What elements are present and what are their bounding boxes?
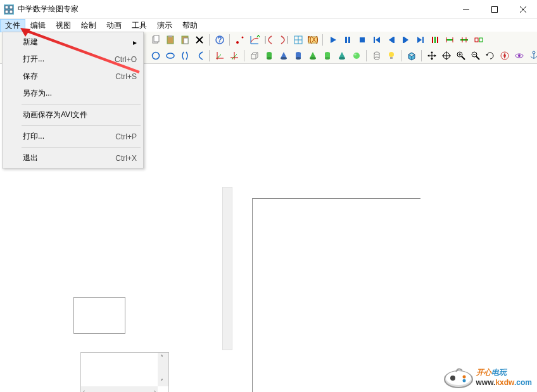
menu-print[interactable]: 打印...Ctrl+P xyxy=(4,128,142,145)
function-icon[interactable]: f(x) xyxy=(306,33,319,46)
svg-point-52 xyxy=(167,53,174,58)
zoom-in-icon[interactable] xyxy=(454,49,467,62)
svg-rect-32 xyxy=(374,37,375,43)
hyperbola-icon[interactable] xyxy=(178,49,191,62)
menu-file[interactable]: 文件 xyxy=(0,19,25,32)
svg-rect-80 xyxy=(390,57,393,59)
menu-saveas[interactable]: 另存为... xyxy=(4,85,142,102)
paste-icon[interactable] xyxy=(163,33,177,46)
menu-view[interactable]: 视图 xyxy=(51,19,76,32)
menu-new[interactable]: 新建▸ xyxy=(4,34,142,51)
svg-rect-2 xyxy=(5,10,8,13)
prism-green-icon[interactable] xyxy=(320,49,334,62)
last-icon[interactable] xyxy=(414,33,427,46)
close-button[interactable] xyxy=(509,0,537,19)
anchor-icon[interactable] xyxy=(527,49,537,62)
pause-icon[interactable] xyxy=(341,33,354,46)
target-icon[interactable] xyxy=(439,49,453,62)
vertical-scrollbar[interactable] xyxy=(222,187,232,350)
svg-rect-49 xyxy=(475,38,478,42)
separator xyxy=(244,50,244,61)
menu-tools[interactable]: 工具 xyxy=(127,19,152,32)
clipboard-icon[interactable] xyxy=(178,33,191,46)
menu-animation[interactable]: 动画 xyxy=(101,19,127,32)
menu-draw[interactable]: 绘制 xyxy=(76,19,101,32)
svg-rect-35 xyxy=(393,37,395,43)
menu-open[interactable]: 打开...Ctrl+O xyxy=(4,51,142,68)
grid-icon[interactable] xyxy=(291,33,305,46)
menu-save[interactable]: 保存Ctrl+S xyxy=(4,68,142,85)
menu-help[interactable]: 帮助 xyxy=(177,19,203,32)
rotate-icon[interactable] xyxy=(483,49,496,62)
scroll-left-icon[interactable]: ‹ xyxy=(83,388,85,392)
repeat-icon[interactable] xyxy=(472,33,485,46)
curve-left-icon[interactable] xyxy=(262,33,275,46)
copy-icon[interactable] xyxy=(149,33,162,46)
small-panel[interactable] xyxy=(73,297,125,334)
text-panel[interactable]: ˄ ˅ ‹ › xyxy=(80,352,169,392)
separator xyxy=(209,50,210,61)
scroll-right-icon[interactable]: › xyxy=(154,388,156,392)
move-icon[interactable] xyxy=(425,49,438,62)
axes-3d-icon[interactable] xyxy=(227,49,241,62)
app-icon xyxy=(4,4,14,15)
svg-line-95 xyxy=(476,56,479,60)
compass-icon[interactable] xyxy=(498,49,511,62)
separator xyxy=(322,34,323,46)
menu-demo[interactable]: 演示 xyxy=(152,19,177,32)
cone-green-icon[interactable] xyxy=(306,49,319,62)
cone-blue-icon[interactable] xyxy=(277,49,290,62)
svg-marker-37 xyxy=(404,37,408,43)
scroll-up-icon[interactable]: ˄ xyxy=(160,354,163,361)
first-icon[interactable] xyxy=(370,33,383,46)
app-title: 中学数学绘图专家 xyxy=(18,4,452,15)
cylinder-green-icon[interactable] xyxy=(262,49,275,62)
next-icon[interactable] xyxy=(399,33,412,46)
stretch-h2-icon[interactable] xyxy=(457,33,471,46)
orbit-icon[interactable] xyxy=(512,49,526,62)
svg-point-72 xyxy=(339,57,345,60)
delete-icon[interactable] xyxy=(193,33,206,46)
svg-marker-86 xyxy=(434,54,436,57)
svg-marker-97 xyxy=(486,54,488,56)
menu-edit[interactable]: 编辑 xyxy=(25,19,51,32)
play-icon[interactable] xyxy=(326,33,339,46)
wireframe-icon[interactable] xyxy=(370,49,383,62)
svg-point-108 xyxy=(462,376,465,379)
menu-save-avi[interactable]: 动画保存为AVI文件 xyxy=(4,106,142,123)
minimize-button[interactable] xyxy=(452,0,480,19)
sphere-icon[interactable] xyxy=(350,49,363,62)
graph-tool-icon[interactable]: xy xyxy=(248,33,261,46)
ellipse-icon[interactable] xyxy=(163,49,177,62)
panel-hscroll[interactable]: ‹ › xyxy=(81,386,158,392)
svg-rect-40 xyxy=(432,37,433,43)
cuboid-icon[interactable] xyxy=(248,49,261,62)
svg-rect-31 xyxy=(360,37,365,42)
prev-icon[interactable] xyxy=(384,33,398,46)
separator xyxy=(22,125,141,126)
cylinder-blue-icon[interactable] xyxy=(291,49,305,62)
parabola-icon[interactable] xyxy=(193,49,206,62)
submenu-arrow-icon: ▸ xyxy=(133,38,137,47)
pyramid-teal-icon[interactable] xyxy=(335,49,348,62)
file-dropdown: 新建▸ 打开...Ctrl+O 保存Ctrl+S 另存为... 动画保存为AVI… xyxy=(2,32,144,168)
drawing-rectangle[interactable] xyxy=(252,198,420,392)
stop-icon[interactable] xyxy=(355,33,369,46)
point-tool-icon[interactable] xyxy=(233,33,246,46)
svg-rect-36 xyxy=(403,37,404,43)
lightbulb-icon[interactable] xyxy=(384,49,398,62)
help-icon[interactable]: ? xyxy=(213,33,226,46)
loop-icon[interactable] xyxy=(428,33,441,46)
zoom-out-icon[interactable] xyxy=(469,49,482,62)
axes-icon[interactable] xyxy=(213,49,226,62)
curve-right-icon[interactable] xyxy=(277,33,290,46)
svg-point-79 xyxy=(389,52,394,57)
scroll-down-icon[interactable]: ˅ xyxy=(160,378,163,385)
svg-rect-11 xyxy=(168,35,172,37)
stretch-h-icon[interactable] xyxy=(443,33,456,46)
cube-icon[interactable] xyxy=(405,49,418,62)
panel-vscroll[interactable]: ˄ ˅ xyxy=(158,353,168,386)
menu-exit[interactable]: 退出Ctrl+X xyxy=(4,149,142,167)
maximize-button[interactable] xyxy=(480,0,509,19)
circle-icon[interactable] xyxy=(149,49,162,62)
